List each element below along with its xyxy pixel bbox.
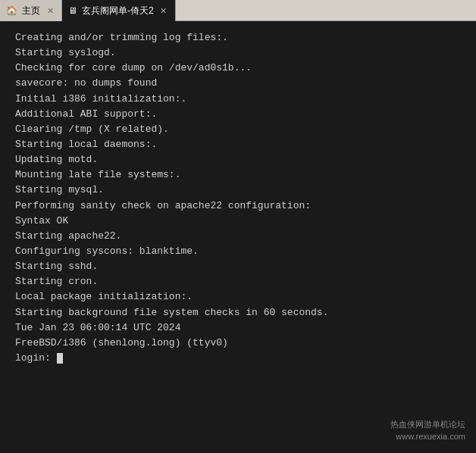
home-icon: 🏠	[6, 5, 17, 16]
tab-home[interactable]: 🏠 主页 ✕	[0, 0, 62, 21]
terminal-line: Starting mysql.	[15, 183, 461, 198]
watermark: 热血侠网游单机论坛 www.rexuexia.com	[390, 419, 465, 442]
terminal-line: Starting background file system checks i…	[15, 305, 461, 320]
terminal-line: Starting apache22.	[15, 229, 461, 244]
terminal-line: Additional ABI support:.	[15, 107, 461, 122]
terminal-area[interactable]: Creating and/or trimming log files:.Star…	[0, 21, 476, 453]
terminal-line: Clearing /tmp (X related).	[15, 122, 461, 137]
window: 🏠 主页 ✕ 🖥 玄兵阁网单-倚天2 ✕ Creating and/or tri…	[0, 0, 476, 453]
terminal-line: Starting sshd.	[15, 259, 461, 274]
terminal-line: Starting cron.	[15, 274, 461, 289]
terminal-line: savecore: no dumps found	[15, 76, 461, 91]
terminal-line: Performing sanity check on apache22 conf…	[15, 198, 461, 214]
terminal-line: Syntax OK	[15, 214, 461, 229]
terminal-line: Creating and/or trimming log files:.	[15, 30, 461, 45]
terminal-line: Tue Jan 23 06:00:14 UTC 2024	[15, 320, 461, 336]
terminal-line: Mounting late file systems:.	[15, 167, 461, 183]
terminal-cursor	[57, 353, 63, 364]
tab-terminal-label: 玄兵阁网单-倚天2	[82, 5, 154, 17]
terminal-line: Starting local daemons:.	[15, 137, 461, 152]
terminal-line: FreeBSD/i386 (shenlong.long) (ttyv0)	[15, 336, 461, 351]
terminal-line: login:	[15, 351, 461, 366]
terminal-line: Initial i386 initialization:.	[15, 92, 461, 107]
watermark-line1: 热血侠网游单机论坛	[390, 419, 465, 430]
tab-home-label: 主页	[22, 5, 40, 17]
watermark-line2: www.rexuexia.com	[390, 431, 465, 442]
tab-home-close[interactable]: ✕	[45, 5, 55, 16]
terminal-line: Local package initialization:.	[15, 289, 461, 305]
terminal-line: Configuring syscons: blanktime.	[15, 244, 461, 259]
tab-terminal-close[interactable]: ✕	[158, 5, 169, 16]
terminal-line: Starting syslogd.	[15, 45, 461, 61]
terminal-icon: 🖥	[68, 5, 77, 16]
tab-bar: 🏠 主页 ✕ 🖥 玄兵阁网单-倚天2 ✕	[0, 0, 476, 21]
terminal-output: Creating and/or trimming log files:.Star…	[15, 30, 461, 366]
terminal-line: Updating motd.	[15, 152, 461, 167]
tab-terminal[interactable]: 🖥 玄兵阁网单-倚天2 ✕	[62, 0, 176, 21]
terminal-line: Checking for core dump on /dev/ad0s1b...	[15, 61, 461, 76]
